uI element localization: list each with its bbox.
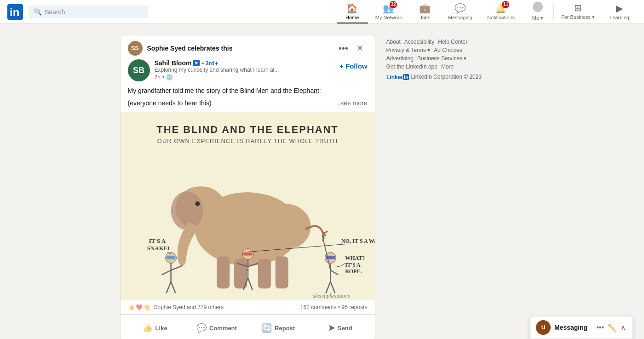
post-image[interactable]: THE BLIND AND THE ELEPHANT OUR OWN EXPER… xyxy=(121,112,375,300)
nav-item-network[interactable]: 👥 32 My Network xyxy=(368,0,409,23)
nav-item-business[interactable]: ⊞ For Business ▾ xyxy=(554,0,602,23)
nav-network-label: My Network xyxy=(375,15,402,20)
reaction-emoji-group: 👍 ❤️ 👏 xyxy=(128,304,150,310)
messaging-user-avatar: U xyxy=(536,320,551,335)
learning-icon: ▶ xyxy=(616,3,623,14)
network-icon: 👥 32 xyxy=(383,3,394,14)
linkedin-badge: in xyxy=(193,60,200,66)
nav-items: 🏠 Home 👥 32 My Network 💼 Jobs 💬 Messagin… xyxy=(337,0,637,23)
business-icon: ⊞ xyxy=(574,2,582,13)
svg-text:WHAT?: WHAT? xyxy=(345,255,365,261)
reaction-count[interactable]: Sophie Syed and 779 others xyxy=(154,304,224,310)
nav-messaging-label: Messaging xyxy=(448,15,472,20)
nav-learning-label: Learning xyxy=(610,15,629,20)
nav-jobs-label: Jobs xyxy=(420,15,430,20)
author-row: SB Sahil Bloom in • 3rd+ Exploring my cu… xyxy=(121,59,375,84)
messaging-options-button[interactable]: ••• xyxy=(595,322,605,333)
author-name[interactable]: Sahil Bloom xyxy=(155,59,192,67)
post-line2: (everyone needs to hear this) ...see mor… xyxy=(128,98,368,108)
clap-emoji: 👏 xyxy=(144,304,150,310)
footer-help-center[interactable]: Help Center xyxy=(438,39,467,45)
footer-advertising[interactable]: Advertising xyxy=(386,55,414,62)
right-sidebar: About Accessibility Help Center Privacy … xyxy=(386,35,524,339)
author-tagline: Exploring my curiosity and sharing what … xyxy=(155,67,320,73)
search-bar[interactable]: 🔍 xyxy=(29,6,148,18)
love-emoji: ❤️ xyxy=(136,304,143,310)
send-button[interactable]: ➤ Send xyxy=(309,318,371,338)
post-actions-top: ••• ✕ xyxy=(336,41,368,56)
like-icon: 👍 xyxy=(143,323,153,333)
post-reactions: 👍 ❤️ 👏 Sophie Syed and 779 others 162 co… xyxy=(121,300,375,312)
post-close-button[interactable]: ✕ xyxy=(353,41,368,56)
footer-ad-choices[interactable]: Ad Choices xyxy=(434,47,462,53)
nav-item-jobs[interactable]: 💼 Jobs xyxy=(409,0,441,23)
post-card: SS Sophie Syed celebrates this ••• ✕ SB xyxy=(120,35,375,339)
like-button[interactable]: 👍 Like xyxy=(124,318,186,338)
repost-icon: 🔄 xyxy=(262,323,272,333)
nav-item-me[interactable]: Me ▾ xyxy=(522,0,553,23)
footer-row-4: Get the LinkedIn app More xyxy=(386,63,524,70)
footer-row-1: About Accessibility Help Center xyxy=(386,39,524,45)
footer-links: About Accessibility Help Center Privacy … xyxy=(386,35,524,84)
messaging-label: Messaging xyxy=(554,324,592,331)
messaging-compose-button[interactable]: ✏️ xyxy=(607,322,618,333)
notifications-icon: 🔔 11 xyxy=(495,3,506,14)
time-separator: • xyxy=(162,74,164,80)
network-badge: 32 xyxy=(390,1,397,8)
repost-button[interactable]: 🔄 Repost xyxy=(247,318,309,338)
comments-count: 162 comments xyxy=(300,304,337,310)
svg-text:IT'S A: IT'S A xyxy=(345,262,361,268)
svg-point-8 xyxy=(195,201,200,206)
svg-text:in: in xyxy=(404,75,408,80)
author-avatar[interactable]: SB xyxy=(128,59,150,81)
messaging-nav-icon: 💬 xyxy=(454,3,466,14)
post-celebrates-header: SS Sophie Syed celebrates this ••• ✕ xyxy=(121,35,375,59)
footer-copyright: LinkedIn Corporation © 2023 xyxy=(411,74,482,80)
footer-more[interactable]: More xyxy=(441,63,454,70)
messaging-expand-button[interactable]: ∧ xyxy=(620,322,627,333)
footer-about[interactable]: About xyxy=(386,39,401,45)
svg-text:Linked: Linked xyxy=(386,74,404,80)
post-divider xyxy=(121,314,375,315)
like-emoji: 👍 xyxy=(128,304,135,310)
svg-text:OUR OWN EXPERIENCE IS RARELY T: OUR OWN EXPERIENCE IS RARELY THE WHOLE T… xyxy=(157,138,337,144)
nav-item-home[interactable]: 🏠 Home xyxy=(337,0,368,23)
linkedin-logo[interactable]: in xyxy=(7,4,23,20)
nav-item-notifications[interactable]: 🔔 11 Notifications xyxy=(480,0,522,23)
globe-icon: 🌐 xyxy=(166,74,173,80)
send-label: Send xyxy=(338,325,352,332)
footer-logo-area: Linked in LinkedIn Corporation © 2023 xyxy=(386,74,524,80)
footer-row-3: Advertising Business Services ▾ xyxy=(386,55,524,62)
post-options-button[interactable]: ••• xyxy=(336,41,351,56)
jobs-icon: 💼 xyxy=(419,3,431,14)
messaging-actions: ••• ✏️ ∧ xyxy=(595,322,627,333)
messaging-bubble[interactable]: U Messaging ••• ✏️ ∧ xyxy=(530,316,633,339)
nav-item-learning[interactable]: ▶ Learning xyxy=(602,0,637,23)
svg-text:IT'S A: IT'S A xyxy=(149,237,166,244)
me-avatar-icon xyxy=(533,2,543,14)
search-input[interactable] xyxy=(45,8,143,16)
celebrator-name[interactable]: Sophie Syed xyxy=(147,45,186,52)
svg-rect-17 xyxy=(166,256,175,259)
svg-text:THE BLIND AND THE ELEPHANT: THE BLIND AND THE ELEPHANT xyxy=(156,124,338,135)
search-icon: 🔍 xyxy=(34,8,42,16)
svg-text:sketchplanations: sketchplanations xyxy=(313,293,350,299)
footer-get-app[interactable]: Get the LinkedIn app xyxy=(386,63,437,70)
svg-point-13 xyxy=(260,204,310,250)
celebrator-avatar: SS xyxy=(128,41,143,56)
follow-button[interactable]: + Follow xyxy=(339,59,367,73)
repost-label: Repost xyxy=(275,325,295,332)
nav-notifications-label: Notifications xyxy=(487,15,515,20)
post-line1: My grandfather told me the story of the … xyxy=(128,86,368,96)
svg-point-7 xyxy=(171,191,203,230)
comment-button[interactable]: 💬 Comment xyxy=(186,318,247,338)
footer-business-services[interactable]: Business Services ▾ xyxy=(417,55,466,62)
post-stats-right[interactable]: 162 comments • 95 reposts xyxy=(300,304,368,310)
nav-item-messaging[interactable]: 💬 Messaging xyxy=(441,0,480,23)
comment-label: Comment xyxy=(209,325,237,332)
footer-privacy-terms[interactable]: Privacy & Terms ▾ xyxy=(386,47,431,53)
home-icon: 🏠 xyxy=(346,3,358,14)
see-more-button[interactable]: ...see more xyxy=(335,98,367,108)
footer-accessibility[interactable]: Accessibility xyxy=(404,39,434,45)
svg-text:NO, IT'S A WALL: NO, IT'S A WALL xyxy=(341,238,375,244)
